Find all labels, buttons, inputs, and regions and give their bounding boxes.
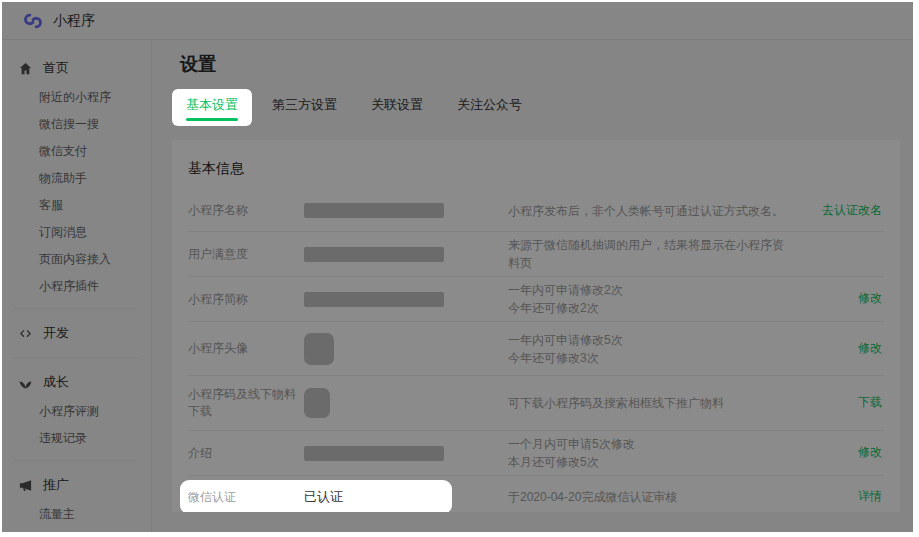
row-description: 一年内可申请修改2次 今年还可修改2次: [508, 281, 784, 317]
tab-follow-official-account[interactable]: 关注公众号: [443, 89, 536, 121]
sidebar: 首页 附近的小程序 微信搜一搜 微信支付 物流助手 客服 订阅消息 页面内容接入…: [2, 40, 152, 532]
action-link-details[interactable]: 详情: [784, 487, 882, 506]
sidebar-item-growth[interactable]: 成长: [2, 366, 151, 398]
tab-third-party-settings[interactable]: 第三方设置: [258, 89, 351, 121]
row-description: 一个月内可申请5次修改 本月还可修改5次: [508, 435, 784, 471]
mini-program-console: 小程序 首页 附近的小程序 微信搜一搜 微信支付 物流助手 客服 订阅消息 页面…: [2, 2, 913, 532]
row-label: 介绍: [188, 445, 304, 462]
page-title: 设置: [172, 52, 913, 76]
row-description: 一年内可申请修改5次 今年还可修改3次: [508, 331, 784, 367]
sidebar-item-plugin[interactable]: 小程序插件: [2, 273, 151, 300]
sidebar-item-nearby[interactable]: 附近的小程序: [2, 84, 151, 111]
table-row-avatar: 小程序头像 一年内可申请修改5次 今年还可修改3次 修改: [188, 322, 884, 376]
section-title: 基本信息: [188, 160, 884, 178]
megaphone-icon: [18, 478, 33, 493]
row-label: 用户满意度: [188, 246, 304, 263]
active-tab-underline: [186, 118, 238, 121]
sidebar-item-home[interactable]: 首页: [2, 52, 151, 84]
redacted-value-block: [304, 446, 444, 461]
sidebar-item-violation[interactable]: 违规记录: [2, 425, 151, 452]
row-label: 微信认证: [188, 489, 304, 506]
redacted-value-block: [304, 203, 444, 218]
action-link-rename[interactable]: 去认证改名: [784, 201, 882, 220]
mini-program-logo-icon: [22, 10, 44, 32]
sidebar-item-evaluation[interactable]: 小程序评测: [2, 398, 151, 425]
action-link-modify[interactable]: 修改: [784, 339, 882, 358]
row-description: 可下载小程序码及搜索相框线下推广物料: [508, 394, 784, 412]
row-label: 小程序名称: [188, 202, 304, 219]
sidebar-divider: [14, 308, 139, 309]
basic-info-card: 基本信息 小程序名称 小程序发布后，非个人类帐号可通过认证方式改名。 去认证改名: [172, 140, 900, 512]
sidebar-item-advertiser[interactable]: 广告主: [2, 528, 151, 532]
tab-basic-settings[interactable]: 基本设置: [172, 89, 252, 126]
sidebar-item-service[interactable]: 客服: [2, 192, 151, 219]
action-link-download[interactable]: 下载: [784, 393, 882, 412]
table-row-short-name: 小程序简称 一年内可申请修改2次 今年还可修改2次 修改: [188, 277, 884, 322]
redacted-value-block: [304, 247, 444, 262]
sidebar-item-subscribe-msg[interactable]: 订阅消息: [2, 219, 151, 246]
table-row-wechat-verification: 微信认证 已认证 于2020-04-20完成微信认证审核 详情: [188, 476, 884, 512]
sidebar-divider: [14, 357, 139, 358]
sidebar-divider: [14, 460, 139, 461]
table-row-qrcode-materials: 小程序码及线下物料下载 可下载小程序码及搜索相框线下推广物料 下载: [188, 376, 884, 431]
sidebar-item-promotion[interactable]: 推广: [2, 469, 151, 501]
action-link-modify[interactable]: 修改: [784, 289, 882, 308]
sidebar-item-page-content[interactable]: 页面内容接入: [2, 246, 151, 273]
app-title: 小程序: [53, 12, 95, 30]
row-label: 小程序码及线下物料下载: [188, 386, 304, 420]
redacted-avatar-block: [304, 333, 334, 365]
table-row-introduction: 介绍 一个月内可申请5次修改 本月还可修改5次 修改: [188, 431, 884, 476]
sidebar-item-search[interactable]: 微信搜一搜: [2, 111, 151, 138]
home-icon: [18, 61, 33, 76]
row-label: 小程序头像: [188, 340, 304, 357]
table-row-satisfaction: 用户满意度 来源于微信随机抽调的用户，结果将显示在小程序资料页: [188, 232, 884, 277]
row-description: 来源于微信随机抽调的用户，结果将显示在小程序资料页: [508, 236, 784, 272]
settings-tabs: 基本设置 第三方设置 关联设置 关注公众号: [172, 89, 913, 126]
table-row-name: 小程序名称 小程序发布后，非个人类帐号可通过认证方式改名。 去认证改名: [188, 190, 884, 232]
code-icon: [18, 326, 33, 341]
sidebar-item-logistics[interactable]: 物流助手: [2, 165, 151, 192]
row-label: 小程序简称: [188, 291, 304, 308]
sidebar-item-develop[interactable]: 开发: [2, 317, 151, 349]
sidebar-item-pay[interactable]: 微信支付: [2, 138, 151, 165]
main-content: 设置 基本设置 第三方设置 关联设置 关注公众号 基本信息 小程序名称: [152, 40, 913, 532]
top-header: 小程序: [2, 2, 913, 40]
verification-status: 已认证: [304, 488, 343, 506]
redacted-qrcode-block: [304, 388, 330, 418]
growth-icon: [18, 375, 33, 390]
redacted-value-block: [304, 292, 444, 307]
row-description: 于2020-04-20完成微信认证审核: [508, 488, 784, 506]
sidebar-item-traffic[interactable]: 流量主: [2, 501, 151, 528]
action-link-modify[interactable]: 修改: [784, 443, 882, 462]
screenshot-frame: 小程序 首页 附近的小程序 微信搜一搜 微信支付 物流助手 客服 订阅消息 页面…: [0, 0, 919, 537]
tab-association-settings[interactable]: 关联设置: [357, 89, 437, 121]
row-description: 小程序发布后，非个人类帐号可通过认证方式改名。: [508, 202, 784, 220]
highlighted-field[interactable]: 微信认证 已认证: [180, 480, 452, 512]
